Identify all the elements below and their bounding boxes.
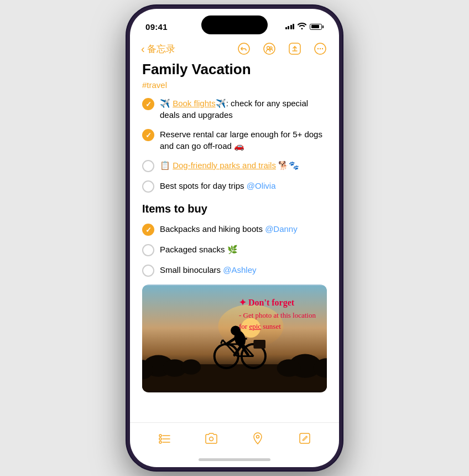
status-icons — [285, 23, 324, 31]
parks-trails-link[interactable]: Dog-friendly parks and trails — [173, 161, 276, 170]
mention-danny[interactable]: @Danny — [265, 224, 298, 234]
checkbox-5[interactable] — [142, 224, 154, 236]
item-text-6: Packaged snacks 🌿 — [160, 244, 327, 255]
book-flights-link[interactable]: Book flights — [173, 99, 216, 108]
note-content: Family Vacation #travel ✈️ Book flights✈… — [130, 61, 339, 422]
photo-annotation: ✦ Don't forget - Get photo at this locat… — [239, 296, 316, 333]
checklist-item-4: Best spots for day trips @Olivia — [142, 180, 327, 193]
checkbox-2[interactable] — [142, 129, 154, 141]
back-button[interactable]: ‹ 备忘录 — [141, 43, 175, 55]
collab-button[interactable] — [262, 41, 277, 56]
svg-point-44 — [209, 437, 213, 441]
wifi-icon — [298, 23, 306, 31]
item-text-2: Reserve rental car large enough for 5+ d… — [160, 128, 327, 152]
more-button[interactable] — [312, 41, 328, 56]
signal-icon — [285, 24, 295, 29]
checklist-item-5: Backpacks and hiking boots @Danny — [142, 223, 327, 236]
svg-point-2 — [267, 46, 270, 49]
item-text-3: 📋 Dog-friendly parks and trails 🐕🐾 — [160, 159, 327, 171]
note-tag[interactable]: #travel — [142, 80, 327, 90]
checklist-item-2: Reserve rental car large enough for 5+ d… — [142, 128, 327, 152]
nav-bar: ‹ 备忘录 — [130, 37, 339, 61]
svg-point-42 — [159, 441, 161, 443]
svg-point-19 — [277, 359, 301, 376]
status-time: 09:41 — [145, 22, 168, 32]
home-bar — [199, 458, 270, 461]
checkbox-6[interactable] — [142, 244, 154, 256]
section-2-title: Items to buy — [142, 203, 327, 215]
annotation-line-1: ✦ Don't forget — [239, 296, 316, 310]
annotation-line-3: for epic sunset — [239, 321, 316, 333]
home-indicator — [130, 452, 339, 467]
toolbar — [130, 422, 339, 452]
phone-frame: 09:41 — [127, 6, 342, 470]
photo-attachment[interactable]: ✦ Don't forget - Get photo at this locat… — [142, 284, 327, 392]
svg-point-16 — [181, 359, 201, 375]
svg-rect-36 — [253, 340, 265, 349]
item-text-5: Backpacks and hiking boots @Danny — [160, 223, 327, 235]
item-text-4: Best spots for day trips @Olivia — [160, 180, 327, 192]
svg-point-45 — [257, 436, 259, 438]
mention-olivia[interactable]: @Olivia — [247, 181, 276, 190]
chevron-left-icon: ‹ — [141, 43, 145, 54]
note-title: Family Vacation — [142, 61, 327, 78]
svg-point-38 — [159, 434, 161, 437]
back-label: 备忘录 — [147, 43, 175, 55]
svg-point-40 — [159, 438, 161, 440]
compose-button[interactable] — [296, 430, 314, 447]
checkbox-4[interactable] — [142, 180, 154, 193]
checklist-item-1: ✈️ Book flights✈️: check for any special… — [142, 97, 327, 121]
checklist-item-3: 📋 Dog-friendly parks and trails 🐕🐾 — [142, 159, 327, 172]
checklist-item-7: Small binoculars @Ashley — [142, 264, 327, 277]
mention-ashley[interactable]: @Ashley — [223, 265, 256, 275]
checklist-tool-button[interactable] — [155, 430, 173, 447]
svg-rect-46 — [300, 433, 310, 443]
location-button[interactable] — [249, 430, 267, 447]
nav-actions — [236, 41, 328, 56]
camera-button[interactable] — [202, 430, 220, 447]
svg-point-7 — [320, 48, 321, 49]
item-text-7: Small binoculars @Ashley — [160, 264, 327, 276]
share-button[interactable] — [287, 41, 303, 56]
checkbox-7[interactable] — [142, 265, 154, 277]
svg-point-6 — [317, 48, 319, 49]
undo-button[interactable] — [236, 41, 252, 56]
checkbox-1[interactable] — [142, 98, 154, 110]
phone-screen: 09:41 — [130, 9, 339, 467]
dynamic-island — [201, 15, 268, 34]
checklist-item-6: Packaged snacks 🌿 — [142, 244, 327, 256]
svg-point-8 — [322, 48, 323, 49]
item-text-1: ✈️ Book flights✈️: check for any special… — [160, 97, 327, 121]
battery-icon — [310, 24, 324, 30]
annotation-line-2: - Get photo at this location — [239, 310, 316, 322]
checkbox-3[interactable] — [142, 160, 154, 172]
